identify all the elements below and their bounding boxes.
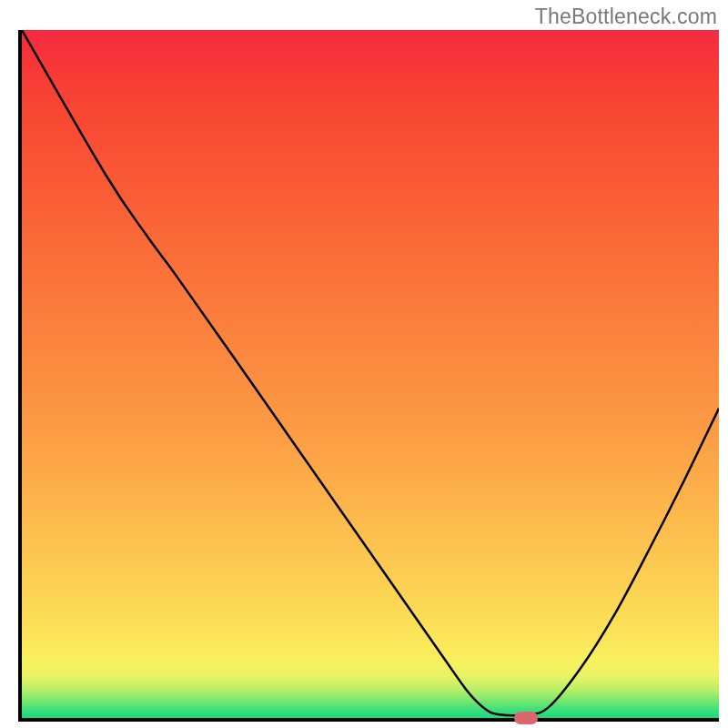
chart-plot-area xyxy=(22,30,719,718)
chart-curve xyxy=(22,30,719,715)
optimal-marker xyxy=(514,712,538,724)
chart-frame xyxy=(18,30,719,722)
watermark-text: TheBottleneck.com xyxy=(535,5,717,29)
